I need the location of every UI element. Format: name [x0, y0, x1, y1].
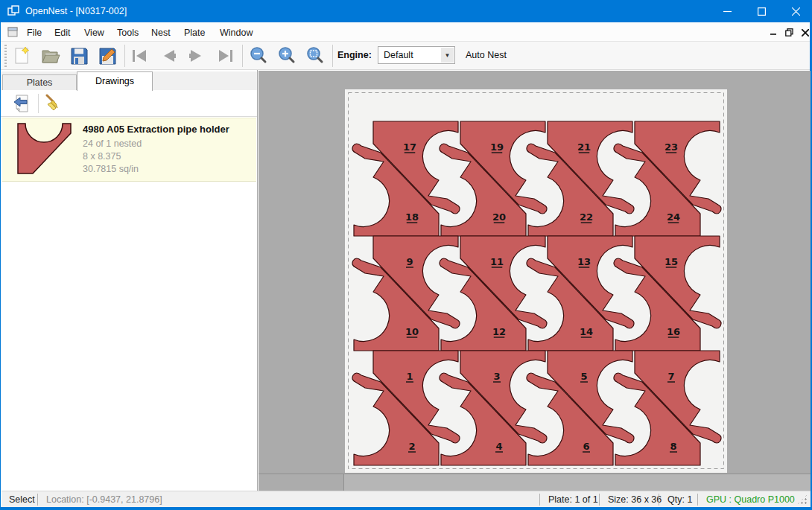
- zoom-in-icon[interactable]: [276, 44, 298, 68]
- drawing-list-item[interactable]: 4980 A05 Extraction pipe holder 24 of 1 …: [2, 118, 256, 182]
- save-icon[interactable]: [68, 44, 90, 68]
- main-toolbar: Engine: Default ▼ Auto Nest: [1, 42, 810, 70]
- scrollbar-thumb[interactable]: [343, 474, 811, 491]
- auto-nest-button[interactable]: Auto Nest: [466, 50, 507, 60]
- mdi-child-icon[interactable]: [7, 27, 18, 37]
- toolbar-separator: [332, 45, 333, 67]
- part-number[interactable]: 16: [667, 326, 680, 337]
- tab-drawings[interactable]: Drawings: [77, 71, 153, 91]
- part-number[interactable]: 17: [403, 141, 416, 153]
- part-number[interactable]: 12: [492, 326, 506, 337]
- mdi-minimize-button[interactable]: [767, 27, 780, 38]
- menu-edit[interactable]: Edit: [50, 26, 75, 39]
- part-number[interactable]: 9: [406, 256, 413, 267]
- toolbar-separator: [124, 45, 125, 67]
- status-mode: Select: [9, 494, 35, 505]
- menu-view[interactable]: View: [80, 26, 109, 39]
- part-thumbnail: [17, 122, 72, 177]
- menu-bar: File Edit View Tools Nest Plate Window: [1, 22, 810, 42]
- app-icon: [7, 5, 19, 17]
- horizontal-scrollbar[interactable]: [258, 474, 811, 491]
- minimize-button[interactable]: [710, 0, 744, 22]
- status-bar: Select Location: [-0.9437, 21.8796] Plat…: [1, 491, 811, 507]
- status-separator: [599, 494, 600, 506]
- left-panel: Plates Drawings: [1, 70, 258, 491]
- part-number[interactable]: 5: [580, 371, 587, 382]
- open-file-icon[interactable]: [39, 44, 62, 68]
- clean-broom-icon[interactable]: [42, 93, 63, 114]
- status-size: Size: 36 x 36: [608, 494, 662, 505]
- status-gpu: GPU : Quadro P1000: [706, 494, 795, 505]
- part-number[interactable]: 8: [670, 441, 676, 452]
- menu-file[interactable]: File: [22, 26, 46, 39]
- go-first-icon[interactable]: [129, 44, 151, 68]
- app-window: OpenNest - [N0317-002] File Edit View To…: [0, 0, 812, 510]
- engine-label: Engine:: [337, 50, 372, 60]
- menu-window[interactable]: Window: [215, 26, 257, 39]
- mdi-close-button[interactable]: [799, 27, 812, 38]
- engine-select[interactable]: Default ▼: [378, 46, 455, 64]
- part-number[interactable]: 21: [577, 141, 591, 153]
- window-title: OpenNest - [N0317-002]: [25, 6, 127, 16]
- close-button[interactable]: [778, 0, 812, 22]
- title-bar: OpenNest - [N0317-002]: [1, 0, 810, 22]
- status-separator: [37, 494, 38, 506]
- go-next-icon[interactable]: [185, 44, 208, 68]
- part-number[interactable]: 1: [406, 371, 413, 382]
- status-plate: Plate: 1 of 1: [548, 494, 598, 505]
- part-number[interactable]: 19: [490, 141, 504, 153]
- drawing-area: 30.7815 sq/in: [83, 164, 139, 174]
- zoom-extents-icon[interactable]: [304, 44, 326, 68]
- menu-plate[interactable]: Plate: [180, 26, 210, 39]
- part-number[interactable]: 24: [667, 211, 680, 223]
- part-number[interactable]: 15: [664, 256, 678, 267]
- status-location: Location: [-0.9437, 21.8796]: [46, 494, 162, 505]
- new-file-icon[interactable]: [11, 44, 34, 68]
- mdi-restore-button[interactable]: [782, 27, 796, 38]
- menu-tools[interactable]: Tools: [112, 26, 143, 39]
- part-number[interactable]: 11: [490, 256, 504, 267]
- toolbar-separator: [242, 45, 243, 67]
- part-number[interactable]: 2: [408, 441, 415, 452]
- part-number[interactable]: 18: [405, 211, 419, 223]
- tab-strip: Plates Drawings: [1, 71, 257, 90]
- part-number[interactable]: 14: [580, 326, 593, 337]
- part-number[interactable]: 23: [664, 141, 678, 153]
- maximize-button[interactable]: [744, 0, 778, 22]
- go-previous-icon[interactable]: [157, 44, 180, 68]
- part-number[interactable]: 10: [405, 326, 419, 337]
- toolbar-separator: [38, 94, 39, 113]
- drawing-nested-count: 24 of 1 nested: [83, 138, 142, 149]
- go-last-icon[interactable]: [214, 44, 236, 68]
- chevron-down-icon[interactable]: ▼: [441, 48, 454, 63]
- nest-canvas[interactable]: 171921231820222491113151012141613572468: [258, 71, 811, 474]
- drawings-toolbar: [1, 90, 257, 117]
- part-number[interactable]: 20: [492, 211, 506, 223]
- part-number[interactable]: 22: [580, 211, 593, 223]
- status-separator: [539, 494, 540, 506]
- status-qty: Qty: 1: [667, 494, 692, 505]
- zoom-out-icon[interactable]: [247, 44, 270, 68]
- resize-grip[interactable]: [797, 494, 808, 505]
- menu-nest[interactable]: Nest: [147, 26, 175, 39]
- window-border: [1, 507, 812, 510]
- toolbar-grip[interactable]: [4, 45, 7, 67]
- part-number[interactable]: 13: [577, 256, 591, 267]
- plate-view: 171921231820222491113151012141613572468: [258, 71, 811, 474]
- status-separator: [659, 494, 659, 506]
- drawing-size: 8 x 8.375: [83, 151, 121, 162]
- part-number[interactable]: 6: [583, 441, 589, 452]
- status-separator: [697, 494, 698, 506]
- drawing-title: 4980 A05 Extraction pipe holder: [83, 124, 229, 135]
- part-number[interactable]: 7: [667, 371, 674, 382]
- save-as-icon[interactable]: [96, 44, 118, 68]
- part-number[interactable]: 3: [493, 371, 500, 382]
- import-drawing-icon[interactable]: [11, 93, 32, 114]
- engine-selected-value: Default: [384, 50, 413, 60]
- tab-plates[interactable]: Plates: [2, 74, 77, 90]
- part-number[interactable]: 4: [495, 441, 502, 452]
